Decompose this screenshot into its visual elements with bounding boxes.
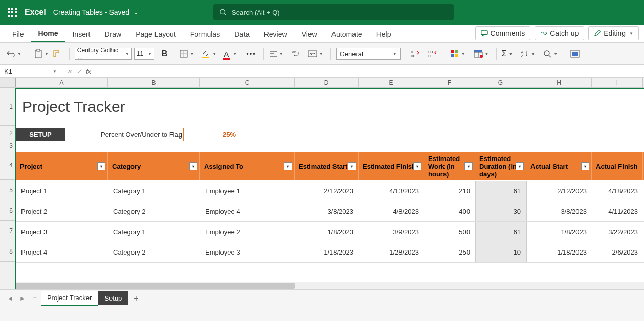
add-sheet-button[interactable]: + [128, 292, 143, 305]
cell-project[interactable]: Project 4 [16, 242, 108, 262]
sort-filter-button[interactable]: AZ▼ [521, 50, 535, 58]
decrease-decimal-button[interactable]: .0.00 [410, 50, 420, 58]
format-painter-button[interactable] [53, 50, 62, 58]
fill-color-button[interactable]: ▼ [201, 50, 216, 58]
document-name[interactable]: Creating Tables [53, 8, 103, 16]
cell-est-work[interactable]: 210 [424, 181, 475, 201]
cell-act-finish[interactable]: 2/6/2023 [592, 242, 643, 262]
cell-est-duration[interactable]: 61 [475, 181, 526, 201]
cell-project[interactable]: Project 3 [16, 222, 108, 242]
cell-assigned[interactable]: Employee 4 [200, 201, 295, 221]
cell-est-start[interactable]: 1/8/2023 [295, 222, 359, 242]
cell-est-work[interactable]: 400 [424, 201, 475, 221]
merge-button[interactable]: ▼ [308, 50, 323, 57]
th-act-finish[interactable]: Actual Finish [592, 152, 643, 180]
format-table-button[interactable]: ▼ [474, 50, 489, 58]
more-font-button[interactable]: ••• [246, 50, 256, 58]
cell-est-finish[interactable]: 3/9/2023 [359, 222, 424, 242]
comments-button[interactable]: Comments [475, 26, 531, 40]
table-row[interactable]: Project 4Category 2Employee 31/18/20231/… [16, 242, 644, 263]
row-header-1[interactable]: 1 [0, 88, 15, 126]
cell-est-duration[interactable]: 30 [475, 201, 526, 221]
row-header-6[interactable]: 6 [0, 200, 15, 221]
tab-draw[interactable]: Draw [97, 26, 128, 42]
horizontal-scrollbar[interactable] [16, 282, 644, 289]
col-header-g[interactable]: G [475, 78, 526, 87]
th-est-duration[interactable]: Estimated Duration (in days)▾ [475, 152, 526, 180]
cell-est-finish[interactable]: 1/28/2023 [359, 242, 424, 262]
wrap-text-button[interactable]: ab [292, 50, 300, 58]
filter-icon[interactable]: ▾ [464, 162, 473, 170]
row-header-5[interactable]: 5 [0, 180, 15, 200]
find-button[interactable]: ▼ [543, 50, 558, 58]
all-sheets-icon[interactable]: ≡ [33, 294, 37, 303]
cell-project[interactable]: Project 1 [16, 181, 108, 201]
align-left-button[interactable]: ▼ [269, 50, 283, 57]
table-row[interactable]: Project 1Category 1Employee 12/12/20234/… [16, 181, 644, 201]
cell-project[interactable]: Project 2 [16, 201, 108, 221]
col-header-b[interactable]: B [108, 78, 200, 87]
cell-act-start[interactable]: 2/12/2023 [526, 181, 592, 201]
sheet-tab-project-tracker[interactable]: Project Tracker [41, 291, 98, 306]
number-format-select[interactable]: General▼ [336, 48, 401, 60]
catch-up-button[interactable]: Catch up [535, 26, 584, 40]
col-header-h[interactable]: H [526, 78, 592, 87]
cell-est-work[interactable]: 500 [424, 222, 475, 242]
cell-category[interactable]: Category 1 [108, 181, 200, 201]
cell-est-start[interactable]: 1/18/2023 [295, 242, 359, 262]
col-header-a[interactable]: A [16, 78, 108, 87]
tab-view[interactable]: View [295, 26, 324, 42]
accept-formula-icon[interactable]: ✓ [76, 67, 82, 75]
increase-decimal-button[interactable]: .00.0 [427, 50, 437, 58]
th-est-finish[interactable]: Estimated Finish▾ [359, 152, 424, 180]
font-size-select[interactable]: 11▼ [134, 48, 154, 60]
cell-est-work[interactable]: 250 [424, 242, 475, 262]
row-header-3[interactable]: 3 [0, 141, 15, 150]
filter-icon[interactable]: ▾ [189, 162, 197, 170]
editing-mode-button[interactable]: Editing ▼ [588, 26, 639, 40]
prev-sheet-icon[interactable]: ◄ [4, 293, 16, 304]
cell-est-duration[interactable]: 61 [475, 222, 526, 242]
font-color-button[interactable]: A▼ [224, 50, 237, 58]
filter-icon[interactable]: ▾ [581, 162, 589, 170]
tab-insert[interactable]: Insert [65, 26, 97, 42]
name-box[interactable]: K1▼ [0, 65, 61, 77]
th-project[interactable]: Project▾ [16, 152, 108, 180]
cell-est-start[interactable]: 3/8/2023 [295, 201, 359, 221]
cell-act-finish[interactable]: 4/11/2023 [592, 201, 643, 221]
th-est-start[interactable]: Estimated Start▾ [295, 152, 359, 180]
tab-home[interactable]: Home [31, 25, 65, 42]
filter-icon[interactable]: ▾ [348, 162, 356, 170]
cell-est-finish[interactable]: 4/8/2023 [359, 201, 424, 221]
undo-button[interactable]: ▼ [6, 50, 21, 57]
cell-est-start[interactable]: 2/12/2023 [295, 181, 359, 201]
sheet-title[interactable]: Project Tracker [16, 89, 644, 127]
doc-dropdown-icon[interactable]: ⌄ [134, 10, 138, 15]
th-act-start[interactable]: Actual Start▾ [526, 152, 592, 180]
col-header-i[interactable]: I [592, 78, 643, 87]
bold-button[interactable]: B [162, 49, 168, 58]
tab-automate[interactable]: Automate [324, 26, 369, 42]
cell-assigned[interactable]: Employee 2 [200, 222, 295, 242]
row-header-4[interactable]: 4 [0, 150, 15, 180]
tab-file[interactable]: File [5, 26, 31, 42]
table-row[interactable]: Project 2Category 2Employee 43/8/20234/8… [16, 201, 644, 222]
sheet-tab-setup[interactable]: Setup [98, 291, 128, 305]
cell-category[interactable]: Category 1 [108, 222, 200, 242]
tab-page-layout[interactable]: Page Layout [128, 26, 183, 42]
table-row[interactable]: Project 3Category 1Employee 21/8/20233/9… [16, 222, 644, 242]
app-launcher-icon[interactable] [0, 0, 25, 25]
cell-act-start[interactable]: 3/8/2023 [526, 201, 592, 221]
flag-value-cell[interactable]: 25% [183, 128, 275, 141]
col-header-f[interactable]: F [424, 78, 475, 87]
col-header-c[interactable]: C [200, 78, 295, 87]
select-all-corner[interactable] [0, 78, 16, 87]
cell-act-start[interactable]: 1/8/2023 [526, 222, 592, 242]
row-header-2[interactable]: 2 [0, 126, 15, 141]
conditional-formatting-button[interactable]: ▼ [450, 50, 465, 58]
cell-est-duration[interactable]: 10 [475, 242, 526, 262]
addins-button[interactable] [570, 50, 580, 58]
cell-assigned[interactable]: Employee 3 [200, 242, 295, 262]
th-category[interactable]: Category▾ [108, 152, 200, 180]
tab-formulas[interactable]: Formulas [183, 26, 227, 42]
